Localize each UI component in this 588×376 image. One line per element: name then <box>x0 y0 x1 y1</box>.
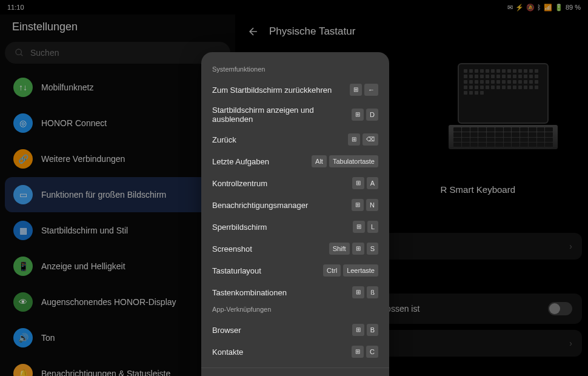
shortcut-label: Tastenkombinationen <box>212 288 352 297</box>
key-label: A <box>367 177 378 189</box>
shortcut-label: Browser <box>212 326 352 335</box>
shortcut-label: Kontrollzentrum <box>212 179 352 188</box>
shortcut-keys: ⊞⌫ <box>348 133 378 146</box>
modal-section-title: Systemfunktionen <box>201 63 389 79</box>
backspace-key-icon: ⌫ <box>362 133 378 146</box>
shortcut-label: Letzte Aufgaben <box>212 157 312 166</box>
meta-key-icon: ⊞ <box>352 243 364 255</box>
shortcut-label: Benachrichtigungsmanager <box>212 201 352 210</box>
shortcuts-modal: SystemfunktionenZum Startbildschirm zurü… <box>201 52 389 376</box>
shortcut-keys: ⊞L <box>353 221 378 233</box>
shortcut-label: Screenshot <box>212 244 329 253</box>
shortcut-label: Tastaturlayout <box>212 266 323 275</box>
shortcut-row: Browser⊞B <box>201 319 389 341</box>
meta-key-icon: ⊞ <box>350 84 362 96</box>
shortcut-label: Zum Startbildschirm zurückkehren <box>212 86 350 95</box>
shortcut-row: Sperrbildschirm⊞L <box>201 216 389 238</box>
shortcut-row: ScreenshotShift⊞S <box>201 238 389 260</box>
meta-key-icon: ⊞ <box>352 324 364 336</box>
key-label: D <box>366 109 378 121</box>
shortcut-keys: ⊞B <box>352 324 378 336</box>
shortcut-row: Zurück⊞⌫ <box>201 129 389 150</box>
shortcut-keys: ⊞C <box>352 346 378 358</box>
meta-key-icon: ⊞ <box>352 286 364 298</box>
shortcut-keys: ⊞N <box>352 199 378 211</box>
shortcut-row: Tastenkombinationen⊞ß <box>201 281 389 303</box>
shortcut-keys: AltTabulatortaste <box>312 155 378 167</box>
shortcut-keys: CtrlLeertaste <box>323 264 378 277</box>
shortcut-keys: ⊞← <box>350 84 378 96</box>
meta-key-icon: ⊞ <box>352 346 364 358</box>
shortcut-row: Startbildschirm anzeigen und ausblenden⊞… <box>201 101 389 129</box>
shortcut-keys: ⊞ß <box>352 286 378 298</box>
key-label: Leertaste <box>343 264 378 277</box>
shortcut-keys: ⊞A <box>352 177 378 189</box>
key-label: Shift <box>329 243 350 255</box>
key-label: ← <box>364 84 378 96</box>
shortcut-label: Zurück <box>212 135 348 144</box>
shortcut-row: Kontakte⊞C <box>201 341 389 363</box>
shortcut-keys: ⊞D <box>352 109 378 121</box>
key-label: B <box>367 324 378 336</box>
meta-key-icon: ⊞ <box>352 109 364 121</box>
key-label: L <box>367 221 378 233</box>
key-label: S <box>367 243 378 255</box>
meta-key-icon: ⊞ <box>353 221 365 233</box>
meta-key-icon: ⊞ <box>352 177 364 189</box>
shortcut-row: TastaturlayoutCtrlLeertaste <box>201 260 389 281</box>
meta-key-icon: ⊞ <box>352 199 364 211</box>
shortcut-label: Kontakte <box>212 347 352 357</box>
key-label: N <box>366 199 378 211</box>
shortcut-row: Letzte AufgabenAltTabulatortaste <box>201 150 389 172</box>
modal-footer: OK <box>201 368 389 376</box>
meta-key-icon: ⊞ <box>348 133 360 146</box>
shortcut-label: Startbildschirm anzeigen und ausblenden <box>212 106 352 124</box>
key-label: ß <box>367 286 378 298</box>
shortcut-row: Benachrichtigungsmanager⊞N <box>201 194 389 216</box>
key-label: Alt <box>312 155 327 167</box>
shortcut-label: Sperrbildschirm <box>212 223 353 232</box>
key-label: Tabulatortaste <box>329 155 378 167</box>
shortcut-keys: Shift⊞S <box>329 243 378 255</box>
modal-section-title: App-Verknüpfungen <box>201 303 389 319</box>
key-label: C <box>366 346 378 358</box>
shortcut-row: Zum Startbildschirm zurückkehren⊞← <box>201 79 389 101</box>
shortcut-row: Kontrollzentrum⊞A <box>201 172 389 194</box>
key-label: Ctrl <box>323 264 341 277</box>
